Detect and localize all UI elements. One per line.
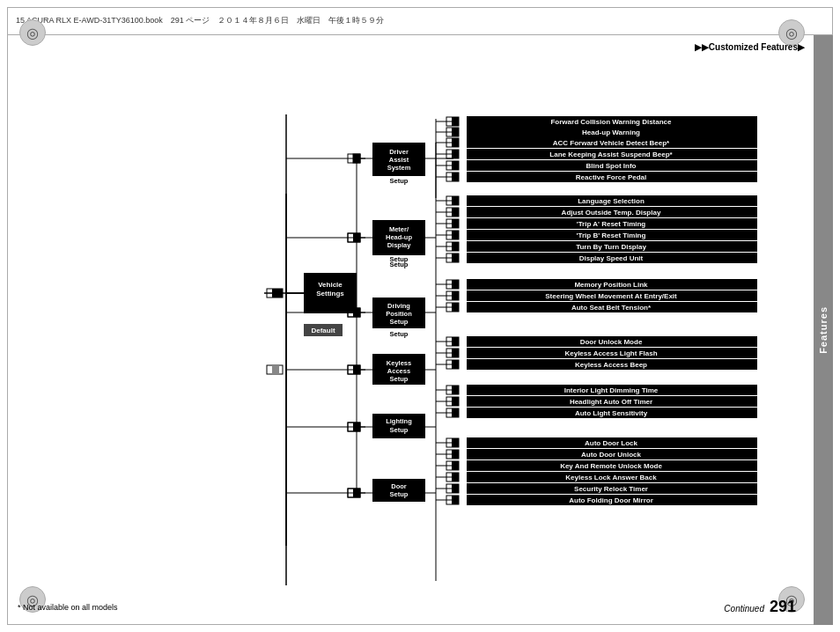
svg-text:Adjust Outside Temp. Display: Adjust Outside Temp. Display — [562, 209, 661, 217]
svg-text:Memory Position Link: Memory Position Link — [574, 281, 648, 289]
svg-text:'Trip A' Reset Timing: 'Trip A' Reset Timing — [577, 220, 646, 228]
svg-text:Keyless: Keyless — [387, 359, 411, 367]
svg-rect-146 — [452, 397, 459, 406]
footnote: * Not available on all models — [18, 603, 118, 612]
features-sidebar: Features — [814, 35, 833, 625]
svg-text:ACC Forward Vehicle Detect Bee: ACC Forward Vehicle Detect Beep* — [553, 139, 670, 147]
svg-text:Auto Folding Door Mirror: Auto Folding Door Mirror — [569, 496, 653, 504]
svg-rect-124 — [452, 349, 459, 357]
corner-tl: ◎ — [19, 19, 46, 46]
svg-text:Headlight Auto Off Timer: Headlight Auto Off Timer — [570, 398, 652, 406]
svg-text:Setup: Setup — [390, 318, 409, 326]
svg-text:Driving: Driving — [387, 302, 410, 310]
svg-rect-106 — [452, 303, 459, 312]
svg-text:Keyless Access Beep: Keyless Access Beep — [575, 361, 647, 369]
svg-text:Setup: Setup — [390, 330, 409, 338]
svg-text:Turn By Turn Display: Turn By Turn Display — [576, 243, 646, 251]
svg-text:Language Selection: Language Selection — [578, 197, 645, 205]
svg-text:Setup: Setup — [390, 375, 409, 383]
svg-text:System: System — [387, 164, 411, 172]
svg-text:Head-up Warning: Head-up Warning — [582, 129, 640, 136]
svg-rect-188 — [452, 496, 459, 504]
svg-rect-58 — [452, 196, 459, 205]
svg-rect-151 — [452, 408, 459, 417]
svg-text:Auto Light Sensitivity: Auto Light Sensitivity — [575, 409, 648, 417]
svg-text:Keyless Lock Answer Back: Keyless Lock Answer Back — [565, 474, 657, 481]
svg-text:Meter/: Meter/ — [389, 225, 409, 233]
svg-rect-34 — [452, 150, 459, 158]
svg-rect-101 — [452, 291, 459, 300]
svg-text:Interior Light Dimming Time: Interior Light Dimming Time — [564, 386, 659, 394]
svg-text:Setup: Setup — [390, 426, 409, 434]
svg-rect-78 — [452, 242, 459, 251]
svg-text:Auto Seat Belt Tension*: Auto Seat Belt Tension* — [571, 304, 652, 312]
svg-text:Display: Display — [387, 241, 412, 249]
svg-rect-29 — [452, 138, 459, 147]
svg-text:Access: Access — [387, 367, 410, 375]
svg-rect-129 — [452, 360, 459, 369]
svg-text:Vehicle: Vehicle — [318, 281, 343, 289]
svg-rect-63 — [452, 208, 459, 217]
svg-text:Default: Default — [311, 327, 335, 334]
svg-text:Auto Door Lock: Auto Door Lock — [585, 439, 638, 447]
svg-text:Setup: Setup — [390, 177, 409, 185]
svg-text:Key And Remote Unlock Mode: Key And Remote Unlock Mode — [560, 462, 662, 470]
svg-text:Display Speed Unit: Display Speed Unit — [579, 254, 644, 262]
svg-text:Driver: Driver — [389, 148, 409, 156]
header-text: 15 ACURA RLX E-AWD-31TY36100.book 291 ペー… — [16, 15, 824, 26]
svg-text:Steering Wheel Movement At Ent: Steering Wheel Movement At Entry/Exit — [545, 292, 677, 300]
svg-rect-193 — [272, 289, 283, 298]
svg-text:Head-up: Head-up — [386, 233, 412, 241]
svg-text:Keyless Access Light Flash: Keyless Access Light Flash — [564, 349, 657, 357]
svg-text:Lane Keeping Assist Suspend Be: Lane Keeping Assist Suspend Beep* — [549, 151, 673, 158]
svg-rect-73 — [452, 231, 459, 239]
svg-text:Position: Position — [386, 310, 412, 318]
svg-text:Door Unlock Mode: Door Unlock Mode — [580, 338, 643, 346]
svg-text:Assist: Assist — [389, 156, 409, 164]
header-strip: 15 ACURA RLX E-AWD-31TY36100.book 291 ペー… — [7, 7, 833, 35]
svg-rect-68 — [452, 219, 459, 228]
top-right-label: ▶▶Customized Features▶ — [695, 42, 805, 52]
svg-text:Settings: Settings — [316, 290, 344, 298]
svg-rect-178 — [452, 473, 459, 481]
svg-text:Forward Collision Warning Dist: Forward Collision Warning Distance — [550, 118, 672, 126]
svg-rect-119 — [452, 337, 459, 346]
svg-rect-168 — [452, 450, 459, 459]
svg-text:Security Relock Timer: Security Relock Timer — [574, 485, 648, 493]
diagram-svg: Vehicle Settings Default Driver Assist S… — [48, 106, 814, 594]
svg-rect-173 — [452, 461, 459, 470]
svg-rect-96 — [452, 280, 459, 289]
svg-text:Auto Door Unlock: Auto Door Unlock — [581, 451, 642, 459]
svg-text:Blind Spot Info: Blind Spot Info — [586, 162, 637, 170]
svg-text:Setup: Setup — [390, 490, 409, 498]
svg-text:Lighting: Lighting — [386, 417, 412, 425]
continued-label: Continued — [724, 604, 764, 614]
features-sidebar-text: Features — [818, 306, 829, 354]
svg-rect-44 — [452, 173, 459, 181]
footer: * Not available on all models Continued … — [18, 598, 796, 616]
svg-rect-183 — [452, 484, 459, 493]
svg-text:'Trip B' Reset Timing: 'Trip B' Reset Timing — [577, 231, 646, 239]
svg-rect-83 — [452, 254, 459, 262]
svg-rect-163 — [452, 438, 459, 447]
svg-rect-141 — [452, 386, 459, 394]
svg-rect-195 — [272, 365, 279, 374]
page-number: 291 — [770, 598, 796, 616]
svg-text:Setup: Setup — [390, 261, 409, 268]
svg-rect-24 — [452, 128, 459, 136]
svg-text:Door: Door — [391, 482, 407, 490]
svg-rect-39 — [452, 161, 459, 170]
svg-text:Reactive Force Pedal: Reactive Force Pedal — [576, 173, 646, 181]
svg-rect-19 — [452, 117, 459, 126]
